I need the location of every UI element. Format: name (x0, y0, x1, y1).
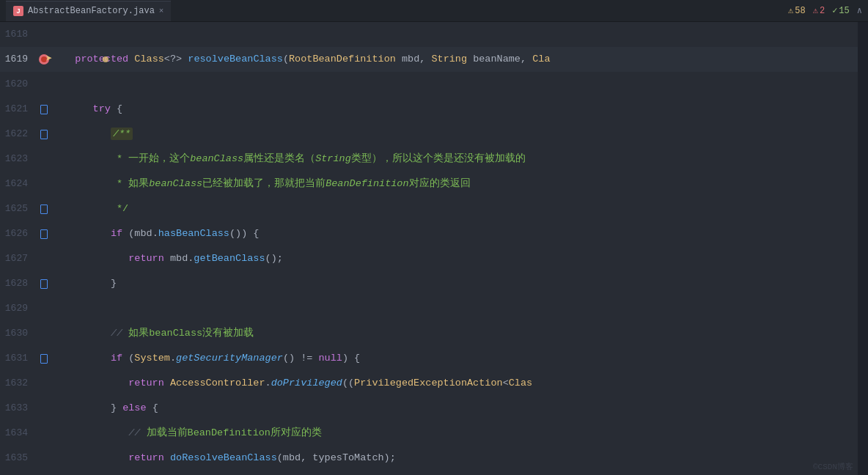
status-bar: ⚠ 58 ⚠ 2 ✓ 15 ∧ (788, 5, 862, 16)
tab-left: J AbstractBeanFactory.java × (6, 1, 171, 21)
line-decorations (37, 105, 51, 114)
line-content: } (51, 271, 858, 296)
warning-count: 58 (795, 6, 805, 16)
code-lines: 1618 1619 ➤ protected Class<?> resolveBe… (0, 22, 858, 475)
tab-close-icon[interactable]: × (159, 7, 164, 15)
line-number: 1630 (0, 321, 37, 346)
tab-filename: AbstractBeanFactory.java (28, 6, 155, 16)
line-row: 1632 return AccessController.doPrivilege… (0, 371, 858, 396)
line-row-active: 1619 ➤ protected Class<?> resolveBeanCla… (0, 47, 858, 72)
line-number: 1634 (0, 421, 37, 446)
line-number: 1628 (0, 271, 37, 296)
line-number: 1620 (0, 72, 37, 97)
line-row: 1620 (0, 72, 858, 97)
watermark: ©CSDN博客 (813, 461, 853, 472)
line-row: 1624 * 如果beanClass已经被加载了，那就把当前BeanDefini… (0, 172, 858, 196)
line-content: * 如果beanClass已经被加载了，那就把当前BeanDefinition对… (51, 172, 858, 196)
line-number: 1618 (0, 22, 37, 47)
scrollbar[interactable] (858, 22, 868, 475)
line-row: 1618 (0, 22, 858, 47)
line-content: } else { (51, 396, 858, 421)
line-content: protected Class<?> resolveBeanClass(Root… (51, 47, 858, 72)
line-row: 1630 // 如果beanClass没有被加载 (0, 321, 858, 346)
line-content: } (51, 471, 858, 475)
line-row: 1634 // 加载当前BeanDefinition所对应的类 (0, 421, 858, 446)
line-row: 1628 } (0, 271, 858, 296)
line-content: return AccessController.doPrivileged((Pr… (51, 371, 858, 396)
bookmark-icon (40, 105, 48, 114)
bookmark-icon (40, 130, 48, 139)
editor-container: J AbstractBeanFactory.java × ⚠ 58 ⚠ 2 ✓ … (0, 0, 868, 475)
line-number: 1622 (0, 122, 37, 147)
error-badge: ⚠ 2 (813, 5, 825, 16)
line-content: * 一开始，这个beanClass属性还是类名（String类型），所以这个类是… (51, 147, 858, 172)
bookmark-icon (40, 354, 48, 364)
line-number: 1625 (0, 196, 37, 221)
line-decorations (37, 354, 51, 364)
java-icon: J (13, 6, 23, 16)
line-number: 1624 (0, 172, 37, 196)
line-row: 1633 } else { (0, 396, 858, 421)
chevron-up-icon[interactable]: ∧ (857, 5, 862, 16)
debug-arrow-icon: ➤ (45, 47, 53, 72)
warning-badge: ⚠ 58 (788, 5, 806, 16)
line-row: 1635 return doResolveBeanClass(mbd, type… (0, 446, 858, 471)
hint-dot (103, 56, 108, 62)
line-content: return mbd.getBeanClass(); (51, 246, 858, 271)
bookmark-icon (40, 279, 48, 289)
line-row: 1636 } (0, 471, 858, 475)
line-number: 1627 (0, 246, 37, 271)
line-row: 1623 * 一开始，这个beanClass属性还是类名（String类型），所… (0, 147, 858, 172)
line-row: 1629 (0, 296, 858, 321)
tab-bar: J AbstractBeanFactory.java × ⚠ 58 ⚠ 2 ✓ … (0, 0, 868, 22)
line-number: 1623 (0, 147, 37, 172)
ok-icon: ✓ (832, 5, 837, 16)
line-content: /** (51, 122, 858, 147)
line-number: 1621 (0, 97, 37, 122)
line-row: 1622 /** (0, 122, 858, 147)
warning-icon: ⚠ (788, 5, 793, 16)
ok-count: 15 (839, 6, 849, 16)
line-number: 1619 (0, 47, 37, 72)
line-content: try { (51, 97, 858, 122)
line-content: if (mbd.hasBeanClass()) { (51, 221, 858, 246)
bookmark-icon (40, 229, 48, 239)
error-icon: ⚠ (813, 5, 818, 16)
line-content: */ (51, 196, 858, 221)
line-decorations (37, 130, 51, 139)
line-decorations (37, 229, 51, 239)
line-content: if (System.getSecurityManager() != null)… (51, 346, 858, 371)
line-content: return doResolveBeanClass(mbd, typesToMa… (51, 446, 858, 471)
line-row: 1627 return mbd.getBeanClass(); (0, 246, 858, 271)
error-count: 2 (820, 6, 825, 16)
code-area: 1618 1619 ➤ protected Class<?> resolveBe… (0, 22, 868, 475)
line-row: 1631 if (System.getSecurityManager() != … (0, 346, 858, 371)
line-row: 1626 if (mbd.hasBeanClass()) { (0, 221, 858, 246)
line-row: 1621 try { (0, 97, 858, 122)
ok-badge: ✓ 15 (832, 5, 850, 16)
line-number: 1633 (0, 396, 37, 421)
line-decorations (37, 205, 51, 214)
line-number: 1631 (0, 346, 37, 371)
bookmark-icon (40, 205, 48, 214)
line-number: 1629 (0, 296, 37, 321)
line-number: 1632 (0, 371, 37, 396)
line-content: // 如果beanClass没有被加载 (51, 321, 858, 346)
line-number: 1635 (0, 446, 37, 471)
line-number: 1636 (0, 471, 37, 475)
line-content: // 加载当前BeanDefinition所对应的类 (51, 421, 858, 446)
line-decorations (37, 279, 51, 289)
file-tab[interactable]: J AbstractBeanFactory.java × (6, 1, 171, 21)
line-row: 1625 */ (0, 196, 858, 221)
line-number: 1626 (0, 221, 37, 246)
